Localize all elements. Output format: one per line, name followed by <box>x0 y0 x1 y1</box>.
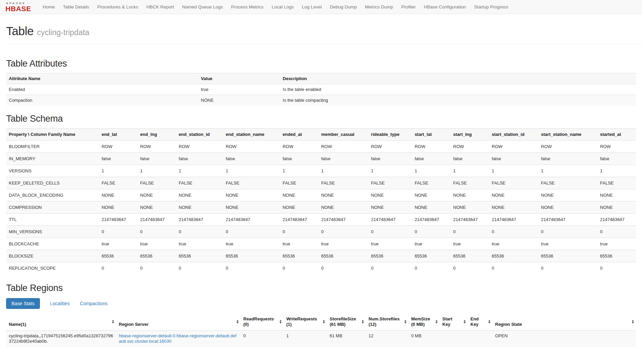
sort-down-arrow <box>464 322 466 323</box>
schema-value-cell: false <box>597 153 636 165</box>
tab-compactions[interactable]: Compactions <box>80 301 108 306</box>
regions-column-header-storefilesize-61-mb[interactable]: StorefileSize (61 MB) <box>327 314 366 330</box>
nav-link-profiler[interactable]: Profiler <box>397 1 420 13</box>
schema-value-cell: FALSE <box>318 177 368 189</box>
schema-value-cell: NONE <box>99 189 137 201</box>
tab-localities[interactable]: Localities <box>50 301 70 306</box>
schema-property-cell: TTL <box>6 214 99 226</box>
schema-property-cell: BLOCKSIZE <box>6 250 99 262</box>
nav-link-hbck-report[interactable]: HBCK Report <box>142 1 178 13</box>
schema-value-cell: 0 <box>368 226 412 238</box>
schema-row: REPLICATION_SCOPE000000000000 <box>6 262 636 274</box>
schema-value-cell: 2147483647 <box>176 214 223 226</box>
schema-value-cell: ROW <box>368 141 412 153</box>
regions-column-header-end-key[interactable]: End Key <box>468 314 492 330</box>
schema-value-cell: FALSE <box>368 177 412 189</box>
schema-value-cell: 0 <box>597 262 636 274</box>
schema-property-cell: BLOCKCACHE <box>6 238 99 250</box>
schema-value-cell: FALSE <box>538 177 597 189</box>
region-write-requests-cell: 1 <box>284 330 327 347</box>
schema-value-cell: 1 <box>538 165 597 177</box>
regions-column-header-start-key[interactable]: Start Key <box>440 314 468 330</box>
nav-link-metrics-dump[interactable]: Metrics Dump <box>361 1 397 13</box>
table-regions-section: Table Regions Base StatsLocalitiesCompac… <box>6 283 636 347</box>
schema-column-header-rideable-type: rideable_type <box>368 128 412 141</box>
schema-value-cell: NONE <box>450 189 489 201</box>
regions-tabs: Base StatsLocalitiesCompactions <box>6 298 636 309</box>
schema-value-cell: NONE <box>538 189 597 201</box>
schema-value-cell: ROW <box>489 141 538 153</box>
region-server-link[interactable]: hbase-regionserver-default-0.hbase-regio… <box>119 333 237 344</box>
region-read-requests-cell: 0 <box>241 330 284 347</box>
nav-link-table-details[interactable]: Table Details <box>59 1 93 13</box>
tab-base-stats[interactable]: Base Stats <box>6 298 40 309</box>
sort-up-arrow <box>464 320 466 321</box>
schema-value-cell: NONE <box>223 201 280 214</box>
nav-link-hbase-configuration[interactable]: HBase Configuration <box>420 1 470 13</box>
hbase-logo-text: HBASE <box>5 5 31 12</box>
title-divider <box>6 44 642 44</box>
nav-link-home[interactable]: Home <box>39 1 59 13</box>
schema-value-cell: 1 <box>412 165 450 177</box>
schema-column-header-started-at: started_at <box>597 128 636 141</box>
schema-value-cell: false <box>538 153 597 165</box>
schema-value-cell: true <box>280 238 318 250</box>
schema-value-cell: 1 <box>597 165 636 177</box>
regions-column-header-label: Region Server <box>119 322 149 327</box>
sort-up-arrow <box>362 320 364 321</box>
schema-value-cell: false <box>318 153 368 165</box>
schema-value-cell: 1 <box>450 165 489 177</box>
schema-value-cell: 0 <box>318 262 368 274</box>
regions-column-header-region-state[interactable]: Region State <box>492 314 636 330</box>
schema-value-cell: ROW <box>538 141 597 153</box>
schema-value-cell: NONE <box>137 201 176 214</box>
schema-value-cell: FALSE <box>412 177 450 189</box>
schema-value-cell: NONE <box>368 189 412 201</box>
regions-column-header-label: Region State <box>495 322 522 327</box>
hbase-logo[interactable]: APACHE HBASE <box>5 2 31 12</box>
nav-link-local-logs[interactable]: Local Logs <box>268 1 298 13</box>
schema-row: IN_MEMORYfalsefalsefalsefalsefalsefalsef… <box>6 153 636 165</box>
nav-item: Log Level <box>298 1 326 13</box>
sort-icon <box>362 320 364 323</box>
schema-value-cell: NONE <box>489 189 538 201</box>
nav-link-startup-progress[interactable]: Startup Progress <box>470 1 512 13</box>
schema-value-cell: 0 <box>450 262 489 274</box>
regions-column-header-name-1[interactable]: Name(1) <box>6 314 116 330</box>
schema-value-cell: 2147483647 <box>450 214 489 226</box>
schema-row: BLOCKCACHEtruetruetruetruetruetruetruetr… <box>6 238 636 250</box>
schema-value-cell: ROW <box>223 141 280 153</box>
sort-icon <box>237 320 239 323</box>
schema-value-cell: FALSE <box>450 177 489 189</box>
schema-value-cell: 2147483647 <box>597 214 636 226</box>
nav-link-named-queue-logs[interactable]: Named Queue Logs <box>178 1 227 13</box>
schema-value-cell: FALSE <box>223 177 280 189</box>
schema-value-cell: false <box>137 153 176 165</box>
nav-link-log-level[interactable]: Log Level <box>298 1 326 13</box>
regions-column-header-writerequests-1[interactable]: WriteRequests (1) <box>284 314 327 330</box>
nav-link-debug-dump[interactable]: Debug Dump <box>326 1 361 13</box>
regions-column-header-region-server[interactable]: Region Server <box>116 314 241 330</box>
attributes-column-header-value: Value <box>198 73 280 84</box>
schema-row: BLOCKSIZE6553665536655366553665536655366… <box>6 250 636 262</box>
nav-link-process-metrics[interactable]: Process Metrics <box>227 1 268 13</box>
schema-value-cell: 0 <box>176 226 223 238</box>
schema-value-cell: 0 <box>99 226 137 238</box>
schema-column-header-end-lng: end_lng <box>137 128 176 141</box>
schema-heading: Table Schema <box>6 114 636 124</box>
schema-value-cell: NONE <box>412 189 450 201</box>
schema-value-cell: false <box>99 153 137 165</box>
schema-value-cell: NONE <box>99 201 137 214</box>
schema-value-cell: 2147483647 <box>223 214 280 226</box>
regions-column-header-num-storefiles-12[interactable]: Num.Storefiles (12) <box>366 314 408 330</box>
schema-value-cell: false <box>368 153 412 165</box>
schema-value-cell: 2147483647 <box>538 214 597 226</box>
sort-up-arrow <box>632 320 634 321</box>
regions-column-header-memsize-0-mb[interactable]: MemSize (0 MB) <box>408 314 440 330</box>
attribute-row: CompactionNONEIs the table compacting <box>6 95 636 106</box>
regions-column-header-readrequests-0[interactable]: ReadRequests (0) <box>241 314 284 330</box>
sort-down-arrow <box>280 322 282 323</box>
schema-value-cell: 1 <box>280 165 318 177</box>
nav-link-procedures-locks[interactable]: Procedures & Locks <box>93 1 142 13</box>
regions-column-header-label: Num.Storefiles (12) <box>369 316 400 327</box>
